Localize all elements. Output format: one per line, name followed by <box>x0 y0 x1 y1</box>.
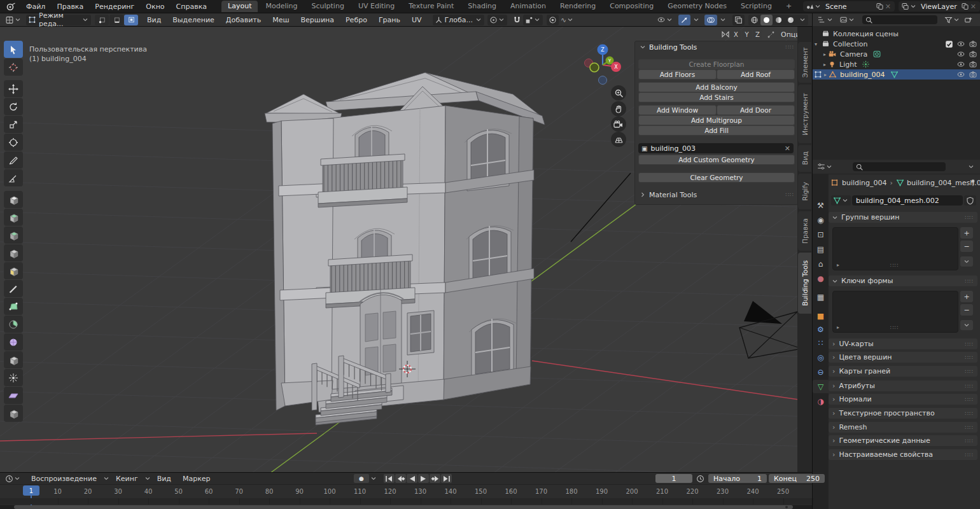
menu-edit[interactable]: Правка <box>51 3 89 11</box>
new-collection-button[interactable] <box>962 15 975 25</box>
vertex-group-add-button[interactable]: + <box>960 227 973 239</box>
panel-карты-граней[interactable]: ›Карты граней∷∷ <box>829 366 977 377</box>
properties-tab-modifiers[interactable]: ⚙ <box>813 323 829 336</box>
next-keyframe-button[interactable] <box>430 474 440 483</box>
vp-menu-vertex[interactable]: Вершина <box>295 16 340 24</box>
properties-tab-physics[interactable]: ◎ <box>813 351 829 364</box>
breadcrumb-object[interactable]: building_004 <box>842 179 887 187</box>
properties-editor-type[interactable] <box>815 162 835 172</box>
render-visibility-icon[interactable] <box>969 40 977 48</box>
menu-file[interactable]: Файл <box>20 3 51 11</box>
frame-start-field[interactable]: Начало1 <box>708 474 767 483</box>
pivot-dropdown[interactable] <box>487 15 507 25</box>
select-mode-vertex[interactable] <box>95 15 109 25</box>
tool-bevel[interactable] <box>4 244 23 261</box>
timeline-scrollbar[interactable] <box>0 505 812 509</box>
outliner-filter-mode[interactable] <box>837 15 857 25</box>
scene-selector[interactable]: Scene ✕ <box>803 1 895 11</box>
workspace-tab-rendering[interactable]: Rendering <box>554 1 602 12</box>
properties-tab-tool[interactable]: ⚒ <box>813 199 829 212</box>
outliner-search-input[interactable] <box>862 15 937 24</box>
vertex-groups-panel-header[interactable]: Группы вершин ∷∷ <box>829 212 977 223</box>
custom-geometry-object-field[interactable]: ▣ building_003 ✕ <box>638 143 794 153</box>
vp-menu-select[interactable]: Выделение <box>167 16 220 24</box>
properties-tab-scene[interactable]: ⌂ <box>813 257 829 270</box>
properties-tab-material[interactable]: ◑ <box>813 394 829 408</box>
tool-add-cube[interactable] <box>4 191 23 208</box>
add-stairs-button[interactable]: Add Stairs <box>638 92 795 102</box>
tool-tweak-select[interactable] <box>4 41 23 58</box>
add-window-button[interactable]: Add Window <box>638 105 717 115</box>
tool-transform[interactable] <box>4 134 23 151</box>
workspace-tab-layout[interactable]: Layout <box>221 1 258 12</box>
3d-viewport[interactable]: Z Y X Пользовательская перспектива (1) b… <box>0 27 812 472</box>
shape-key-add-button[interactable]: + <box>960 291 973 302</box>
vp-menu-add[interactable]: Добавить <box>220 16 267 24</box>
panel-uv-карты[interactable]: ›UV-карты∷∷ <box>829 338 977 349</box>
play-button[interactable] <box>418 474 429 483</box>
tool-scale[interactable] <box>4 116 23 133</box>
gizmo-negz[interactable] <box>599 76 607 85</box>
mirror-z-toggle[interactable]: Z <box>753 30 762 39</box>
auto-key-button[interactable]: ● <box>354 474 369 483</box>
scene-copy-icon[interactable] <box>876 3 884 10</box>
workspace-tab-geometry-nodes[interactable]: Geometry Nodes <box>661 1 733 12</box>
previous-keyframe-button[interactable] <box>395 474 406 483</box>
shading-material-button[interactable] <box>773 15 785 25</box>
perspective-toggle-button[interactable] <box>611 132 626 147</box>
gizmos-dropdown[interactable] <box>690 15 702 25</box>
add-workspace-button[interactable]: + <box>780 1 798 12</box>
create-floorplan-button[interactable]: Create Floorplan <box>638 59 795 69</box>
auto-key-dropdown[interactable] <box>370 475 377 482</box>
frame-end-field[interactable]: Конец250 <box>769 474 825 483</box>
hide-icon[interactable] <box>956 71 965 78</box>
tool-shear[interactable] <box>4 387 23 404</box>
blender-logo-icon[interactable] <box>5 2 15 11</box>
scene-unlink-icon[interactable]: ✕ <box>885 3 891 11</box>
shading-rendered-button[interactable] <box>785 15 797 25</box>
vertex-group-specials-button[interactable] <box>960 256 973 267</box>
editor-type-button[interactable] <box>3 15 24 25</box>
properties-options-icon[interactable] <box>967 163 975 171</box>
keying-menu[interactable]: Кеинг <box>110 475 144 483</box>
render-visibility-icon[interactable] <box>969 60 977 68</box>
timeline-editor-type[interactable] <box>3 473 23 484</box>
shading-wireframe-button[interactable] <box>748 15 760 25</box>
timeline-track-area[interactable] <box>0 498 812 505</box>
overlays-dropdown[interactable] <box>717 15 729 25</box>
sidebar-tab-вид[interactable]: Вид <box>798 145 811 172</box>
shape-keys-list[interactable]: ▸ ∷∷ <box>832 291 958 333</box>
tool-move[interactable] <box>4 80 23 97</box>
menu-window[interactable]: Окно <box>140 3 170 11</box>
mode-dropdown[interactable]: Режим реда... <box>26 15 91 25</box>
shape-keys-panel-header[interactable]: Ключи формы ∷∷ <box>829 275 977 286</box>
outliner-collection[interactable]: ▾ Collection <box>813 39 980 49</box>
marker-menu[interactable]: Маркер <box>177 475 216 483</box>
shape-key-remove-button[interactable]: − <box>960 304 973 316</box>
properties-tab-render[interactable]: ◉ <box>813 213 829 227</box>
jump-to-start-button[interactable] <box>384 474 395 483</box>
playhead[interactable]: 1 <box>23 485 39 496</box>
current-frame-field[interactable]: 1 <box>655 474 692 483</box>
sidebar-tab-инструмент[interactable]: Инструмент <box>798 85 811 143</box>
proportional-toggle[interactable] <box>547 15 559 25</box>
tool-shrink-fatten[interactable] <box>4 369 23 386</box>
tool-knife[interactable] <box>4 280 23 297</box>
snap-toggle[interactable] <box>511 15 523 25</box>
pin-icon[interactable] <box>969 179 977 186</box>
viewlayer-selector[interactable]: ViewLayer ✕ <box>899 1 980 11</box>
tool-inset-faces[interactable] <box>4 227 23 244</box>
add-floors-button[interactable]: Add Floors <box>638 69 717 80</box>
panel-нормали[interactable]: ›Нормали∷∷ <box>829 394 977 405</box>
render-visibility-icon[interactable] <box>969 50 977 58</box>
add-balcony-button[interactable]: Add Balcony <box>638 82 795 92</box>
mirror-y-toggle[interactable]: Y <box>742 30 752 39</box>
panel-атрибуты[interactable]: ›Атрибуты∷∷ <box>829 380 977 391</box>
visibility-dropdown[interactable] <box>655 15 675 25</box>
material-tools-header[interactable]: Material Tools ∷∷ <box>635 189 798 200</box>
sidebar-tab-правка[interactable]: Правка <box>798 211 811 251</box>
outliner-display-mode[interactable] <box>816 15 836 25</box>
workspace-tab-animation[interactable]: Animation <box>504 1 552 12</box>
view-menu[interactable]: Вид <box>151 475 177 483</box>
vp-menu-view[interactable]: Вид <box>141 16 167 24</box>
